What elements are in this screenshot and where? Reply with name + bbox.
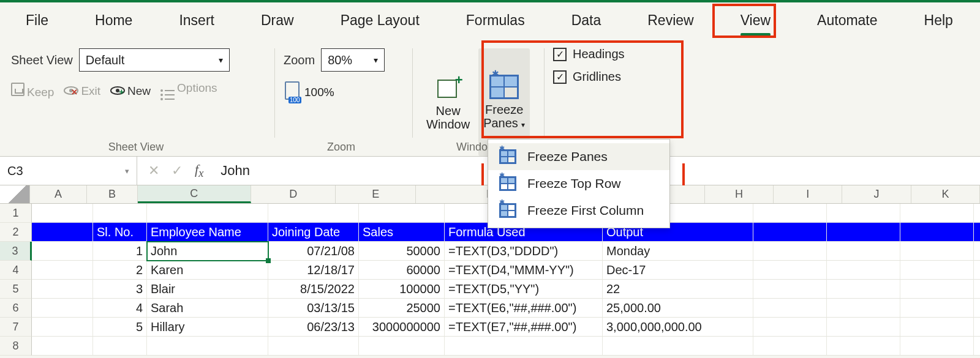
cell[interactable]: [753, 318, 827, 336]
menu-freeze-first-column[interactable]: ✱ Freeze First Column: [488, 197, 669, 224]
cell[interactable]: [900, 299, 974, 317]
cell[interactable]: Blair: [147, 280, 268, 298]
cell[interactable]: 60000: [359, 261, 445, 279]
cell[interactable]: =TEXT(D3,"DDDD"): [445, 242, 603, 260]
tab-data[interactable]: Data: [568, 9, 605, 35]
cell[interactable]: [753, 223, 827, 241]
cell[interactable]: 4: [93, 299, 147, 317]
cell[interactable]: [900, 204, 974, 222]
cell[interactable]: [900, 242, 974, 260]
cell[interactable]: [32, 242, 93, 260]
cell[interactable]: Dec-17: [603, 261, 753, 279]
cell[interactable]: [445, 337, 603, 355]
row-header-1[interactable]: 1: [0, 204, 32, 223]
tab-file[interactable]: File: [22, 9, 52, 35]
cell[interactable]: 5: [93, 318, 147, 336]
cell[interactable]: [32, 261, 93, 279]
row-header-3[interactable]: 3: [0, 242, 32, 261]
cell[interactable]: [974, 242, 980, 260]
cell[interactable]: [974, 204, 980, 222]
name-box[interactable]: C3▾: [0, 157, 137, 185]
cell[interactable]: [93, 337, 147, 355]
cell[interactable]: [32, 318, 93, 336]
cell[interactable]: [827, 242, 900, 260]
cell[interactable]: [359, 337, 445, 355]
cell[interactable]: [900, 261, 974, 279]
cell[interactable]: 3: [93, 280, 147, 298]
row-header-4[interactable]: 4: [0, 261, 32, 280]
header-slno[interactable]: Sl. No.: [93, 223, 147, 241]
tab-draw[interactable]: Draw: [257, 9, 298, 35]
cell[interactable]: [827, 318, 900, 336]
cell[interactable]: [827, 299, 900, 317]
cell[interactable]: 3,000,000,000.00: [603, 318, 753, 336]
cell[interactable]: 25,000.00: [603, 299, 753, 317]
row-header-2[interactable]: 2: [0, 223, 32, 242]
column-header-K[interactable]: K: [911, 185, 980, 203]
gridlines-checkbox[interactable]: ✓Gridlines: [553, 70, 650, 84]
column-header-I[interactable]: I: [774, 185, 842, 203]
cell[interactable]: [827, 280, 900, 298]
header-empname[interactable]: Employee Name: [147, 223, 268, 241]
cell[interactable]: [827, 204, 900, 222]
cell[interactable]: 50000: [359, 242, 445, 260]
cell[interactable]: [32, 204, 93, 222]
tab-review[interactable]: Review: [644, 9, 697, 35]
cell[interactable]: =TEXT(E6,"##,###.00"): [445, 299, 603, 317]
tab-home[interactable]: Home: [91, 9, 136, 35]
cell[interactable]: [753, 261, 827, 279]
new-sheetview-button[interactable]: +New: [110, 84, 151, 98]
row-header-6[interactable]: 6: [0, 299, 32, 318]
cell[interactable]: [147, 204, 268, 222]
cell[interactable]: [753, 204, 827, 222]
cell[interactable]: [900, 223, 974, 241]
cell[interactable]: 06/23/13: [268, 318, 359, 336]
cell[interactable]: [753, 280, 827, 298]
cell[interactable]: =TEXT(E7,"##,###.00"): [445, 318, 603, 336]
cell[interactable]: [974, 280, 980, 298]
select-all-corner[interactable]: [0, 185, 30, 203]
exit-button[interactable]: ✕Exit: [64, 84, 100, 98]
cell[interactable]: [827, 337, 900, 355]
cell[interactable]: [753, 337, 827, 355]
cell[interactable]: [147, 337, 268, 355]
cell[interactable]: 12/18/17: [268, 261, 359, 279]
cell[interactable]: 07/21/08: [268, 242, 359, 260]
cell[interactable]: [753, 299, 827, 317]
cell[interactable]: [974, 223, 980, 241]
new-window-button[interactable]: + NewWindow: [421, 48, 475, 156]
menu-freeze-panes[interactable]: ✱ Freeze Panes: [488, 143, 669, 170]
cell[interactable]: Monday: [603, 242, 753, 260]
header-sales[interactable]: Sales: [359, 223, 445, 241]
tab-formulas[interactable]: Formulas: [462, 9, 529, 35]
cell[interactable]: [32, 337, 93, 355]
cell[interactable]: [32, 223, 93, 241]
cell[interactable]: Hillary: [147, 318, 268, 336]
tab-page-layout[interactable]: Page Layout: [337, 9, 423, 35]
row-header-8[interactable]: 8: [0, 337, 32, 356]
headings-checkbox[interactable]: ✓Headings: [553, 47, 650, 61]
cell[interactable]: [268, 337, 359, 355]
cell[interactable]: [974, 337, 980, 355]
cell[interactable]: 2: [93, 261, 147, 279]
zoom-100-button[interactable]: 100 100%: [284, 81, 334, 103]
cell[interactable]: [827, 261, 900, 279]
cell[interactable]: [32, 299, 93, 317]
cell[interactable]: [900, 337, 974, 355]
cell[interactable]: Karen: [147, 261, 268, 279]
header-joindate[interactable]: Joining Date: [268, 223, 359, 241]
cell[interactable]: [900, 280, 974, 298]
cell[interactable]: [268, 204, 359, 222]
cell[interactable]: [359, 204, 445, 222]
cancel-formula-button[interactable]: ✕: [148, 163, 159, 179]
cell[interactable]: Sarah: [147, 299, 268, 317]
tab-help[interactable]: Help: [921, 9, 957, 35]
cell[interactable]: [974, 261, 980, 279]
cell[interactable]: =TEXT(D4,"MMM-YY"): [445, 261, 603, 279]
sheetview-dropdown[interactable]: Default▾: [79, 48, 230, 72]
column-header-J[interactable]: J: [842, 185, 911, 203]
zoom-dropdown[interactable]: 80%▾: [321, 48, 385, 72]
cell[interactable]: [603, 337, 753, 355]
cell[interactable]: [93, 204, 147, 222]
cell[interactable]: 03/13/15: [268, 299, 359, 317]
